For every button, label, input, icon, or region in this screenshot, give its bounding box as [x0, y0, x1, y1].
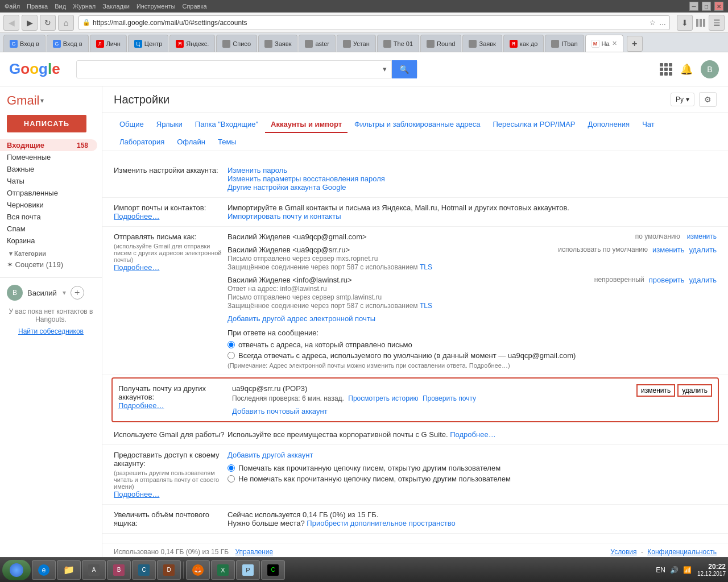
back-button[interactable]: ◀ [3, 15, 19, 31]
tab-close-14[interactable]: ✕ [612, 40, 617, 47]
tab-4[interactable]: Я Яндекс. [169, 35, 215, 52]
tab-filters[interactable]: Фильтры и заблокированные адреса [349, 117, 486, 133]
search-dropdown[interactable]: ▾ [378, 60, 392, 78]
download-icon[interactable]: ⬇ [677, 15, 693, 31]
tab-forwarding[interactable]: Пересылка и POP/IMAP [487, 117, 581, 133]
language-selector[interactable]: Ру ▾ [671, 93, 694, 106]
more-icon[interactable]: … [659, 19, 666, 27]
start-button[interactable] [2, 560, 31, 580]
receive-change-button[interactable]: изменить [636, 384, 675, 397]
sidebar-item-trash[interactable]: Корзина [0, 235, 97, 247]
sidebar-item-important[interactable]: Важные [0, 163, 97, 175]
settings-gear-button[interactable]: ⚙ [699, 92, 717, 107]
apps-grid-icon[interactable] [660, 63, 672, 76]
taskbar-firefox[interactable]: 🦊 [186, 560, 210, 580]
address-input[interactable]: https://mail.google.com/mail/u/0/#settin… [93, 19, 650, 27]
tab-labels[interactable]: Ярлыки [151, 117, 188, 133]
tls-link-2[interactable]: TLS [420, 302, 432, 310]
tab-2[interactable]: Л Личн [90, 35, 127, 52]
tab-10[interactable]: Round [420, 35, 461, 52]
sidebar-item-starred[interactable]: Помеченные [0, 151, 97, 163]
settings-icon[interactable]: ☰ [709, 15, 725, 31]
change-password-link[interactable]: Изменить пароль [228, 166, 287, 174]
tab-3[interactable]: Ц Центр [128, 35, 169, 52]
tab-12[interactable]: Я как до [503, 35, 544, 52]
reply-radio-1[interactable] [228, 341, 235, 348]
tab-offline[interactable]: Офлайн [171, 134, 211, 151]
tab-general[interactable]: Общие [114, 117, 150, 133]
account-3-delete[interactable]: удалить [689, 276, 717, 284]
search-button[interactable]: 🔍 [392, 60, 417, 78]
add-mail-account-link[interactable]: Добавить почтовый аккаунт [232, 407, 328, 415]
notifications-icon[interactable]: 🔔 [680, 63, 693, 76]
taskbar-cmd[interactable]: C [261, 560, 285, 580]
taskbar-app4[interactable]: D [157, 560, 181, 580]
tab-5[interactable]: Списо [216, 35, 257, 52]
taskbar-ie[interactable]: e [32, 560, 56, 580]
tab-accounts[interactable]: Аккаунты и импорт [265, 117, 348, 133]
menu-edit[interactable]: Правка [27, 3, 48, 10]
tab-8[interactable]: Устан [337, 35, 376, 52]
footer-terms-link[interactable]: Условия [610, 548, 636, 556]
reply-radio-2[interactable] [228, 352, 235, 359]
home-button[interactable]: ⌂ [58, 15, 74, 31]
sidebar-item-drafts[interactable]: Черновики [0, 199, 97, 211]
compose-button[interactable]: НАПИСАТЬ [7, 115, 86, 132]
gmail-work-link[interactable]: Подробнее… [450, 430, 495, 439]
receive-delete-button[interactable]: удалить [677, 384, 712, 397]
categories-section[interactable]: ▾ Категории [0, 247, 102, 259]
minimize-button[interactable]: ─ [689, 2, 698, 11]
hangouts-find-link[interactable]: Найти собеседников [7, 327, 95, 335]
google-search-input[interactable] [77, 65, 378, 74]
account-1-change[interactable]: изменить [687, 232, 717, 240]
tab-14-active[interactable]: M На ✕ [585, 35, 623, 52]
tab-9[interactable]: The 01 [377, 35, 419, 52]
volume-icon[interactable]: 🔊 [670, 566, 679, 574]
other-account-link[interactable]: Другие настройки аккаунта Google [228, 183, 346, 192]
sidebar-item-sent[interactable]: Отправленные [0, 187, 97, 199]
change-recovery-link[interactable]: Изменить параметры восстановления пароля [228, 174, 385, 183]
taskbar-app2[interactable]: B [107, 560, 131, 580]
taskbar-app3[interactable]: C [132, 560, 156, 580]
add-email-link[interactable]: Добавить другой адрес электронной почты [228, 314, 375, 323]
tab-themes[interactable]: Темы [212, 134, 242, 151]
sidebar-item-all[interactable]: Вся почта [0, 211, 97, 223]
tab-inbox[interactable]: Папка "Входящие" [189, 117, 264, 133]
taskbar-excel[interactable]: X [211, 560, 235, 580]
taskbar-paint[interactable]: P [236, 560, 260, 580]
refresh-button[interactable]: ↻ [40, 15, 56, 31]
menu-file[interactable]: Файл [5, 3, 20, 10]
send-as-more-link[interactable]: Подробнее… [114, 263, 159, 272]
gmail-dropdown-icon[interactable]: ▾ [40, 97, 44, 105]
buy-storage-link[interactable]: Приобрести дополнительное пространство [307, 519, 455, 527]
footer-manage-link[interactable]: Управление [235, 548, 273, 556]
tls-link-1[interactable]: TLS [420, 263, 432, 271]
maximize-button[interactable]: □ [702, 2, 711, 11]
forward-button[interactable]: ▶ [22, 15, 38, 31]
contacts-category[interactable]: ✶ Соцсети (119) [0, 259, 102, 271]
tab-7[interactable]: aster [299, 35, 335, 52]
tab-6[interactable]: Заявк [258, 35, 297, 52]
menu-view[interactable]: Вид [55, 3, 66, 10]
new-tab-button[interactable]: + [627, 36, 643, 52]
import-more-link[interactable]: Подробнее… [114, 212, 159, 221]
find-contacts-link[interactable]: Найти собеседников [18, 327, 84, 335]
tab-11[interactable]: Заявк [462, 35, 502, 52]
tab-0[interactable]: G Вход в [3, 35, 46, 52]
tab-13[interactable]: ITban [545, 35, 584, 52]
menu-journal[interactable]: Журнал [73, 3, 96, 10]
check-mail-link[interactable]: Проверить почту [423, 394, 476, 402]
account-3-verify[interactable]: проверить [649, 276, 685, 284]
taskbar-folder[interactable]: 📁 [57, 560, 81, 580]
tab-lab[interactable]: Лаборатория [114, 134, 170, 151]
user-avatar[interactable]: В [701, 60, 719, 78]
bookmark-icon[interactable]: ☆ [650, 19, 656, 27]
taskbar-app1[interactable]: A [82, 560, 106, 580]
menu-tools[interactable]: Инструменты [136, 3, 176, 10]
view-history-link[interactable]: Просмотреть историю [348, 394, 418, 402]
tab-1[interactable]: G Вход в [47, 35, 89, 52]
menu-help[interactable]: Справка [182, 3, 206, 10]
sidebar-item-spam[interactable]: Спам [0, 223, 97, 235]
sidebar-item-chats[interactable]: Чаты [0, 175, 97, 187]
account-2-change[interactable]: изменить [652, 246, 685, 254]
